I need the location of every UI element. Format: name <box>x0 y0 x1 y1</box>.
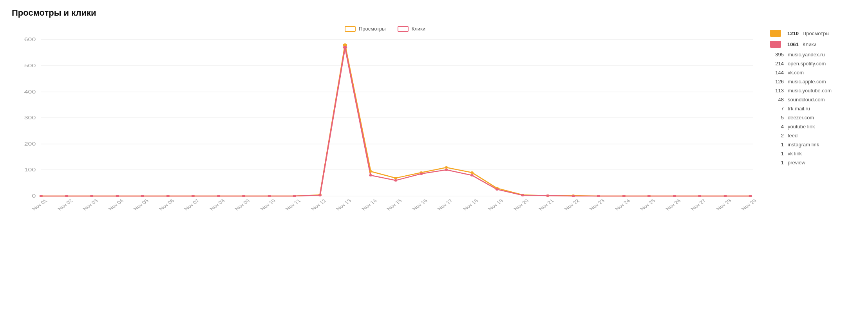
svg-text:Nov 19: Nov 19 <box>486 198 505 212</box>
right-legend-clicks-row: 1061 Клики <box>770 41 856 48</box>
svg-text:Nov 01: Nov 01 <box>31 198 49 212</box>
svg-point-27 <box>369 170 372 173</box>
svg-point-47 <box>141 195 144 197</box>
right-legend-views-row: 1210 Просмотры <box>770 30 856 37</box>
svg-point-51 <box>242 195 245 197</box>
svg-text:Nov 11: Nov 11 <box>284 198 302 212</box>
svg-text:Nov 26: Nov 26 <box>664 198 682 212</box>
svg-point-45 <box>90 195 93 197</box>
source-label: trk.mail.ru <box>788 106 810 112</box>
right-legend-panel: 1210 Просмотры 1061 Клики 395 music.yand… <box>770 26 856 169</box>
svg-text:Nov 16: Nov 16 <box>411 198 429 212</box>
svg-text:500: 500 <box>24 63 36 68</box>
right-legend-clicks-count: 1061 <box>785 41 799 47</box>
svg-point-65 <box>597 195 600 197</box>
svg-point-49 <box>192 195 195 197</box>
svg-text:Nov 04: Nov 04 <box>107 198 125 212</box>
source-count: 395 <box>770 52 784 58</box>
line-chart: 600 500 400 300 200 100 0 <box>12 36 758 223</box>
views-swatch <box>345 26 356 32</box>
source-count: 48 <box>770 97 784 103</box>
source-row: 5 deezer.com <box>770 115 856 121</box>
source-row: 1 instagram link <box>770 142 856 148</box>
right-legend-clicks-label: Клики <box>803 41 816 47</box>
source-count: 113 <box>770 88 784 94</box>
svg-text:Nov 27: Nov 27 <box>689 198 707 212</box>
svg-text:Nov 29: Nov 29 <box>740 198 758 212</box>
svg-text:0: 0 <box>32 193 36 198</box>
svg-point-54 <box>318 194 322 196</box>
svg-point-59 <box>445 169 448 171</box>
svg-point-60 <box>470 174 474 176</box>
source-count: 5 <box>770 115 784 121</box>
svg-point-31 <box>470 171 474 174</box>
svg-point-63 <box>546 194 549 197</box>
svg-point-58 <box>420 173 423 175</box>
svg-point-52 <box>268 195 271 197</box>
source-label: youtube link <box>788 124 815 130</box>
legend-clicks-label: Клики <box>412 26 425 32</box>
svg-point-69 <box>698 195 701 197</box>
svg-text:Nov 05: Nov 05 <box>132 198 150 212</box>
svg-text:Nov 23: Nov 23 <box>588 198 606 212</box>
svg-point-61 <box>495 188 499 191</box>
source-count: 4 <box>770 124 784 130</box>
source-count: 7 <box>770 106 784 112</box>
source-label: open.spotify.com <box>788 61 826 67</box>
clicks-swatch <box>398 26 409 32</box>
svg-point-30 <box>445 166 448 169</box>
svg-text:200: 200 <box>24 141 36 146</box>
source-label: vk.com <box>788 70 804 76</box>
source-row: 4 youtube link <box>770 124 856 130</box>
source-rows: 395 music.yandex.ru 214 open.spotify.com… <box>770 52 856 166</box>
svg-text:Nov 08: Nov 08 <box>208 198 226 212</box>
svg-text:Nov 25: Nov 25 <box>638 198 656 212</box>
svg-point-70 <box>724 195 727 197</box>
chart-wrapper: 600 500 400 300 200 100 0 <box>12 36 758 225</box>
svg-point-44 <box>65 195 68 197</box>
source-row: 214 open.spotify.com <box>770 61 856 67</box>
page-title: Просмотры и клики <box>12 8 856 18</box>
source-label: soundcloud.com <box>788 97 825 103</box>
svg-text:Nov 06: Nov 06 <box>157 198 175 212</box>
source-label: feed <box>788 133 797 139</box>
svg-point-28 <box>394 177 397 179</box>
main-container: Просмотры Клики 600 <box>12 26 856 225</box>
source-label: deezer.com <box>788 115 814 121</box>
svg-text:Nov 02: Nov 02 <box>56 198 74 212</box>
source-label: vk link <box>788 151 802 157</box>
svg-text:Nov 24: Nov 24 <box>613 198 631 212</box>
right-legend-clicks-swatch <box>770 41 781 48</box>
source-row: 48 soundcloud.com <box>770 97 856 103</box>
svg-point-48 <box>166 195 170 197</box>
source-label: instagram link <box>788 142 819 148</box>
svg-point-71 <box>749 195 752 197</box>
svg-text:Nov 09: Nov 09 <box>233 198 251 212</box>
source-label: preview <box>788 160 805 166</box>
source-count: 214 <box>770 61 784 67</box>
source-count: 2 <box>770 133 784 139</box>
source-row: 2 feed <box>770 133 856 139</box>
svg-text:Nov 17: Nov 17 <box>436 198 454 212</box>
source-count: 1 <box>770 142 784 148</box>
source-row: 1 vk link <box>770 151 856 157</box>
svg-text:Nov 03: Nov 03 <box>81 198 99 212</box>
svg-text:Nov 20: Nov 20 <box>512 198 530 212</box>
svg-text:Nov 12: Nov 12 <box>309 198 327 212</box>
svg-text:100: 100 <box>24 167 36 172</box>
svg-point-55 <box>343 46 347 49</box>
svg-text:Nov 10: Nov 10 <box>259 198 277 212</box>
svg-point-46 <box>116 195 119 197</box>
source-label: music.apple.com <box>788 79 826 85</box>
svg-text:Nov 22: Nov 22 <box>563 198 581 212</box>
svg-text:Nov 13: Nov 13 <box>335 198 353 212</box>
source-row: 144 vk.com <box>770 70 856 76</box>
svg-point-53 <box>293 195 296 197</box>
right-legend-views-label: Просмотры <box>803 31 830 36</box>
svg-point-64 <box>572 195 575 197</box>
svg-point-43 <box>40 195 43 197</box>
svg-text:300: 300 <box>24 115 36 120</box>
legend-views: Просмотры <box>345 26 386 32</box>
svg-point-62 <box>521 194 524 196</box>
source-label: music.youtube.com <box>788 88 832 94</box>
